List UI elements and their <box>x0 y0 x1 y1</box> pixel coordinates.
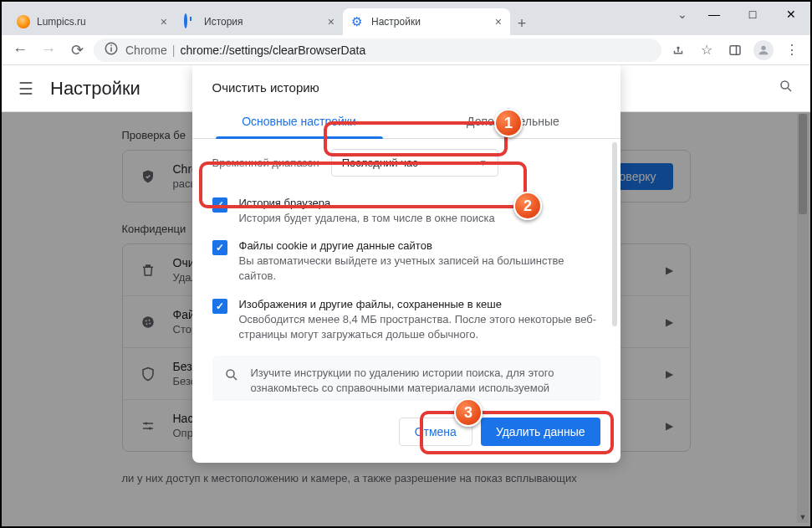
profile-avatar-button[interactable] <box>752 38 775 62</box>
page-title: Настройки <box>50 78 140 100</box>
svg-rect-2 <box>110 45 112 47</box>
browser-toolbar: ← → ⟳ Chrome | chrome://settings/clearBr… <box>2 35 810 65</box>
browsing-history-row[interactable]: ✓ История браузера История будет удалена… <box>212 190 600 233</box>
address-bar[interactable]: Chrome | chrome://settings/clearBrowserD… <box>94 38 661 62</box>
caret-down-icon: ▼ <box>479 158 488 167</box>
scrollbar-thumb[interactable] <box>612 142 617 326</box>
dialog-body: Временной диапазон Последний час ▼ ✓ Ист… <box>192 139 620 404</box>
item-title: Файлы cookie и другие данные сайтов <box>239 239 600 252</box>
nav-back-button[interactable]: ← <box>8 38 32 62</box>
svg-point-6 <box>781 81 789 89</box>
tab-title: Lumpics.ru <box>37 16 157 28</box>
checkbox-checked[interactable]: ✓ <box>212 299 227 314</box>
info-text: Изучите инструкции по удалению истории п… <box>251 366 589 396</box>
time-range-select[interactable]: Последний час ▼ <box>331 149 498 177</box>
browser-tab-lumpics[interactable]: Lumpics.ru × <box>8 8 176 35</box>
bookmark-star-button[interactable]: ☆ <box>695 38 718 62</box>
tab-overflow-button[interactable]: ⌄ <box>670 2 695 27</box>
search-icon <box>224 367 239 386</box>
item-subtitle: Вы автоматически выйдете из учетных запи… <box>239 254 600 284</box>
checkbox-checked[interactable]: ✓ <box>212 197 227 213</box>
new-tab-button[interactable]: + <box>510 12 534 35</box>
url-scheme-label: Chrome <box>125 44 167 57</box>
browser-tab-settings[interactable]: ⚙ Настройки × <box>343 8 510 35</box>
tab-close-icon[interactable]: × <box>328 15 335 28</box>
time-range-value: Последний час <box>342 156 418 169</box>
annotation-badge-1: 1 <box>494 109 523 137</box>
share-button[interactable] <box>666 38 690 62</box>
history-favicon <box>184 15 197 28</box>
window-close-button[interactable]: ✕ <box>772 2 810 27</box>
dialog-scrollbar[interactable] <box>612 142 617 401</box>
browser-menu-button[interactable]: ⋮ <box>780 38 804 62</box>
nav-forward-button[interactable]: → <box>37 38 60 62</box>
tab-close-icon[interactable]: × <box>495 15 502 28</box>
url-text: chrome://settings/clearBrowserData <box>180 44 365 57</box>
cached-images-row[interactable]: ✓ Изображения и другие файлы, сохраненны… <box>212 291 600 349</box>
time-range-row: Временной диапазон Последний час ▼ <box>212 149 600 177</box>
menu-icon[interactable]: ☰ <box>18 79 33 99</box>
dialog-title: Очистить историю <box>192 65 620 105</box>
dialog-actions: Отмена Удалить данные <box>192 404 620 463</box>
nav-reload-button[interactable]: ⟳ <box>65 38 89 62</box>
item-title: История браузера <box>239 197 495 209</box>
item-title: Изображения и другие файлы, сохраненные … <box>239 298 600 310</box>
svg-rect-1 <box>110 48 112 52</box>
tab-basic[interactable]: Основные настройки <box>192 105 406 138</box>
tab-title: Настройки <box>371 16 492 28</box>
time-range-label: Временной диапазон <box>212 156 319 169</box>
svg-point-5 <box>761 45 765 49</box>
annotation-badge-3: 3 <box>454 398 483 427</box>
svg-rect-3 <box>730 45 740 54</box>
lumpics-favicon <box>17 15 30 28</box>
side-panel-button[interactable] <box>723 38 747 62</box>
item-subtitle: Освободится менее 8,4 МБ пространства. П… <box>239 312 600 342</box>
window-controls: ⌄ — □ ✕ <box>670 2 810 27</box>
svg-line-18 <box>233 377 237 380</box>
delete-data-button[interactable]: Удалить данные <box>481 418 600 446</box>
svg-point-17 <box>227 370 234 377</box>
settings-favicon: ⚙ <box>351 15 365 28</box>
window-minimize-button[interactable]: — <box>695 2 733 27</box>
tab-title: История <box>204 16 324 28</box>
item-subtitle: История будет удалена, в том числе в окн… <box>239 211 495 226</box>
dialog-tabs: Основные настройки Дополнительные <box>192 105 620 139</box>
clear-data-dialog: Очистить историю Основные настройки Допо… <box>192 65 620 463</box>
window-maximize-button[interactable]: □ <box>733 2 772 27</box>
browser-tab-history[interactable]: История × <box>176 8 343 35</box>
tab-close-icon[interactable]: × <box>161 15 167 28</box>
annotation-badge-2: 2 <box>513 192 542 220</box>
settings-page: ☰ Настройки ▲ ▼ Проверка бе Chro расш ро… <box>2 65 810 526</box>
cookies-data-row[interactable]: ✓ Файлы cookie и другие данные сайтов Вы… <box>212 233 600 290</box>
svg-line-7 <box>788 88 791 91</box>
site-info-icon[interactable] <box>104 41 119 59</box>
search-icon[interactable] <box>779 79 794 98</box>
checkbox-checked[interactable]: ✓ <box>212 240 227 255</box>
search-history-info: Изучите инструкции по удалению истории п… <box>212 356 600 401</box>
